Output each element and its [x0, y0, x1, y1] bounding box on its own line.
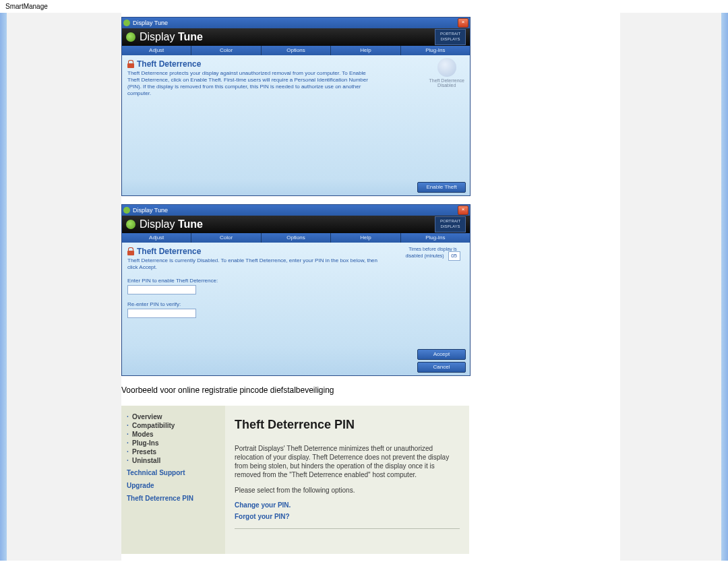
tab-adjust[interactable]: Adjust: [122, 233, 191, 243]
brand-badge: PORTRAIT DISPLAYS: [435, 29, 466, 45]
logo-icon: [126, 32, 135, 42]
pin-label: Enter PIN to enable Theft Deterrence:: [127, 278, 464, 284]
tab-bar: Adjust Color Options Help Plug-Ins: [122, 233, 470, 243]
reenter-pin-input[interactable]: [127, 309, 196, 318]
help-paragraph-1: Portrait Displays' Theft Deterrence mini…: [235, 444, 460, 479]
panel-description: Theft Deterrence protects your display a…: [127, 70, 377, 97]
app-header: Display Tune PORTRAIT DISPLAYS: [122, 28, 470, 46]
tab-options[interactable]: Options: [262, 233, 331, 243]
tab-adjust[interactable]: Adjust: [122, 46, 191, 55]
logo-text: Display Tune: [140, 31, 203, 43]
divider: [235, 528, 460, 529]
tab-options[interactable]: Options: [262, 46, 331, 55]
content-area: Display Tune × Display Tune PORTRAIT DIS…: [121, 13, 620, 561]
tab-plugins[interactable]: Plug-Ins: [401, 46, 470, 55]
display-tune-window-1: Display Tune × Display Tune PORTRAIT DIS…: [121, 17, 471, 196]
tab-help[interactable]: Help: [331, 233, 400, 243]
right-gradient-bar: [721, 13, 728, 561]
window-title: Display Tune: [133, 207, 458, 214]
logo-icon: [126, 220, 135, 229]
panel-description: Theft Deterrence is currently Disabled. …: [127, 257, 384, 271]
cancel-button[interactable]: Cancel: [417, 362, 466, 373]
panel-title: Theft Deterrence: [137, 247, 201, 256]
status-value: Disabled: [429, 83, 464, 88]
timeout-value[interactable]: 05: [448, 251, 460, 261]
forgot-pin-link[interactable]: Forgot your PIN?: [235, 513, 460, 520]
nav-tech-support[interactable]: Technical Support: [127, 465, 220, 478]
nav-overview[interactable]: Overview: [127, 412, 220, 421]
button-row: Enable Theft: [122, 179, 470, 195]
timeout-status: Times before display is disabled (minute…: [402, 247, 463, 261]
help-panel: Overview Compatibility Modes Plug-Ins Pr…: [121, 406, 469, 554]
help-nav: Overview Compatibility Modes Plug-Ins Pr…: [121, 406, 225, 554]
window-title: Display Tune: [133, 20, 458, 26]
left-margin: [7, 13, 121, 561]
status-label: Theft Deterrence: [429, 78, 464, 83]
change-pin-link[interactable]: Change your PIN.: [235, 501, 460, 509]
help-paragraph-2: Please select from the following options…: [235, 486, 460, 495]
close-icon[interactable]: ×: [458, 206, 468, 215]
nav-upgrade[interactable]: Upgrade: [127, 478, 220, 491]
lock-icon: [127, 60, 134, 68]
page-header: SmartManage: [0, 0, 728, 13]
enable-theft-button[interactable]: Enable Theft: [417, 182, 466, 193]
left-gradient-bar: [0, 13, 7, 561]
tab-plugins[interactable]: Plug-Ins: [401, 233, 470, 243]
theft-deterrence-panel: Theft Deterrence Theft Deterrence protec…: [122, 55, 470, 179]
status-circle-icon: [437, 58, 456, 77]
panel-title: Theft Deterrence: [137, 59, 201, 69]
status-badge: Theft Deterrence Disabled: [429, 58, 464, 88]
accept-button[interactable]: Accept: [417, 349, 466, 360]
nav-uninstall[interactable]: Uninstall: [127, 456, 220, 465]
app-icon: [123, 20, 130, 26]
nav-plugins[interactable]: Plug-Ins: [127, 439, 220, 447]
close-icon[interactable]: ×: [458, 18, 468, 28]
button-row: Accept Cancel: [122, 346, 470, 375]
app-icon: [123, 207, 130, 214]
tab-bar: Adjust Color Options Help Plug-Ins: [122, 46, 470, 55]
brand-badge: PORTRAIT DISPLAYS: [435, 216, 466, 232]
nav-theft-pin[interactable]: Theft Deterrence PIN: [127, 491, 220, 503]
tab-help[interactable]: Help: [331, 46, 400, 55]
lock-icon: [127, 247, 134, 255]
logo-text: Display Tune: [140, 218, 203, 230]
tab-color[interactable]: Color: [191, 233, 261, 243]
app-header: Display Tune PORTRAIT DISPLAYS: [122, 216, 470, 233]
pin-input[interactable]: [127, 285, 196, 294]
page-body: Display Tune × Display Tune PORTRAIT DIS…: [0, 13, 728, 561]
nav-presets[interactable]: Presets: [127, 447, 220, 456]
caption-text: Voorbeeld voor online registratie pincod…: [121, 385, 620, 395]
display-tune-window-2: Display Tune × Display Tune PORTRAIT DIS…: [121, 204, 471, 376]
help-content: Theft Deterrence PIN Portrait Displays' …: [225, 406, 469, 554]
tab-color[interactable]: Color: [191, 46, 261, 55]
right-margin: [620, 13, 721, 561]
nav-compatibility[interactable]: Compatibility: [127, 421, 220, 430]
help-title: Theft Deterrence PIN: [235, 418, 460, 432]
theft-deterrence-pin-panel: Theft Deterrence Theft Deterrence is cur…: [122, 243, 470, 346]
titlebar: Display Tune ×: [122, 18, 470, 28]
reenter-pin-label: Re-enter PIN to verify:: [127, 301, 464, 307]
nav-modes[interactable]: Modes: [127, 430, 220, 439]
titlebar: Display Tune ×: [122, 205, 470, 216]
